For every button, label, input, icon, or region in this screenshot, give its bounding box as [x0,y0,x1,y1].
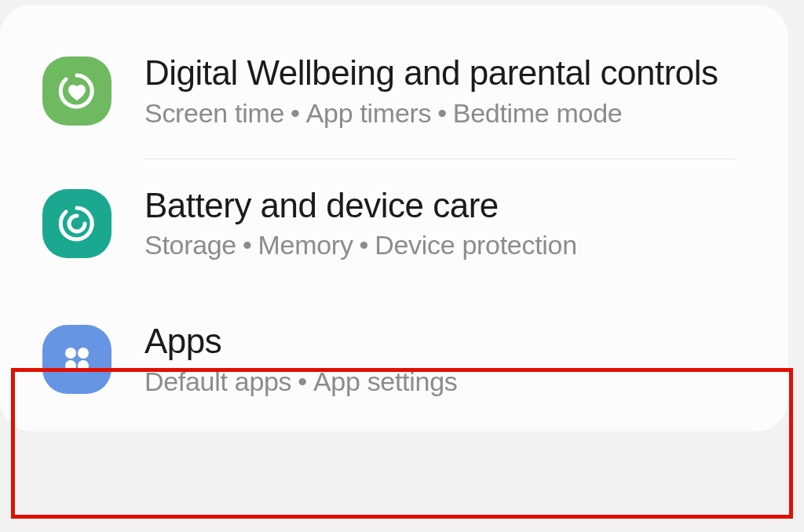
wellbeing-icon [42,56,111,126]
settings-item-digital-wellbeing[interactable]: Digital Wellbeing and parental controls … [0,5,788,159]
settings-item-text: Apps Default apps•App settings [144,322,457,397]
svg-point-2 [65,360,76,371]
settings-item-title: Apps [144,322,457,362]
settings-item-subtitle: Screen time•App timers•Bedtime mode [144,98,718,129]
svg-point-3 [78,360,89,371]
settings-item-device-care[interactable]: Battery and device care Storage•Memory•D… [0,159,788,288]
settings-item-text: Battery and device care Storage•Memory•D… [144,186,577,261]
settings-item-text: Digital Wellbeing and parental controls … [144,53,718,129]
svg-point-1 [78,348,89,359]
svg-point-0 [65,348,76,359]
apps-icon [42,325,111,394]
settings-item-subtitle: Default apps•App settings [144,366,457,397]
settings-item-title: Digital Wellbeing and parental controls [144,53,718,93]
settings-card: Digital Wellbeing and parental controls … [0,5,788,432]
settings-item-subtitle: Storage•Memory•Device protection [144,230,577,261]
settings-item-title: Battery and device care [144,186,577,226]
settings-item-apps[interactable]: Apps Default apps•App settings [0,287,788,432]
device-care-icon [42,189,111,258]
